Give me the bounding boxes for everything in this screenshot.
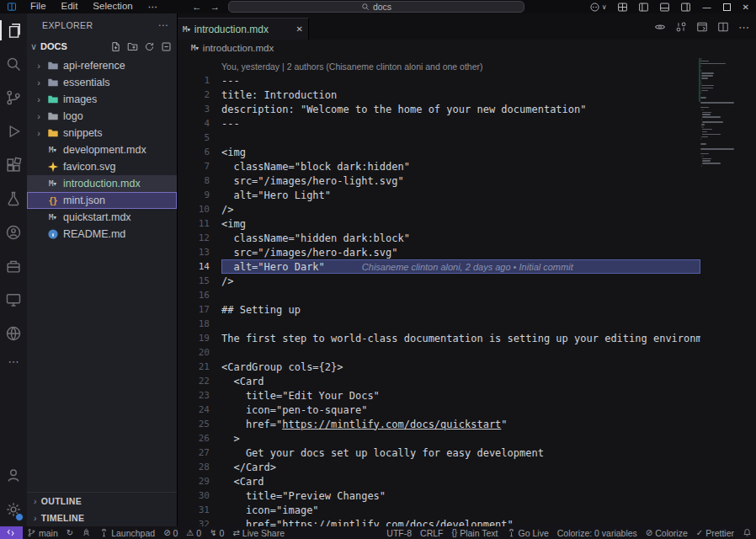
status-git-branch[interactable]: main (23, 526, 62, 539)
command-center-search[interactable]: docs (228, 1, 524, 13)
breadcrumb[interactable]: M▾ introduction.mdx (178, 40, 756, 56)
code-line[interactable]: 17## Setting up (178, 302, 700, 317)
activity-item-remote-explorer[interactable] (0, 283, 27, 317)
code-line[interactable]: 3description: "Welcome to the home of yo… (178, 102, 700, 116)
tree-item-favicon-svg[interactable]: favicon.svg (27, 158, 177, 175)
explorer-more-icon[interactable]: ⋯ (158, 19, 168, 31)
activity-item-docker[interactable] (0, 249, 27, 283)
codelens-row[interactable]: You, yesterday | 2 authors (Chisaneme cl… (178, 59, 700, 73)
menu-item-more[interactable]: ⋯ (141, 1, 166, 13)
code-line[interactable]: 5 (178, 131, 700, 145)
workspace-section[interactable]: ∨ DOCS (27, 37, 177, 56)
activity-item-run-and-debug[interactable] (0, 115, 27, 148)
section-outline[interactable]: ›OUTLINE (27, 493, 177, 510)
open-preview-icon[interactable] (696, 21, 708, 33)
tree-item-development-mdx[interactable]: M▾development.mdx (27, 141, 177, 158)
refresh-icon[interactable] (144, 41, 155, 52)
collapse-all-icon[interactable] (161, 41, 172, 52)
close-icon[interactable]: ✕ (743, 3, 749, 12)
code-line[interactable]: 32 href="https://mintlify.com/docs/devel… (178, 517, 700, 526)
tab-introduction-mdx[interactable]: M▾ introduction.mdx ✕ (178, 18, 309, 40)
activity-item-github[interactable] (0, 317, 27, 350)
code-line[interactable]: 9 alt="Hero Light" (178, 188, 700, 202)
tree-item-readme-md[interactable]: README.md (27, 226, 177, 243)
tree-item-essentials[interactable]: ›essentials (27, 74, 177, 91)
menu-item-edit[interactable]: Edit (54, 1, 86, 13)
code-line[interactable]: 24 icon="pen-to-square" (178, 403, 700, 417)
more-views-icon[interactable]: ⋯ (8, 350, 19, 372)
code-editor[interactable]: You, yesterday | 2 authors (Chisaneme cl… (178, 56, 756, 526)
new-folder-icon[interactable] (127, 41, 138, 52)
code-line[interactable]: 1--- (178, 73, 700, 88)
minimize-icon[interactable]: — (703, 3, 711, 12)
code-line[interactable]: 16 (178, 288, 700, 302)
nav-back-icon[interactable]: ← (192, 2, 202, 12)
tree-item-snippets[interactable]: ›snippets (27, 125, 177, 141)
code-line[interactable]: 25 href="https://mintlify.com/docs/quick… (178, 417, 700, 431)
code-line[interactable]: 26 > (178, 431, 700, 446)
maximize-icon[interactable] (723, 3, 731, 11)
activity-item-source-control[interactable] (0, 81, 27, 115)
nav-forward-icon[interactable]: → (210, 2, 221, 12)
code-line[interactable]: 10/> (178, 202, 700, 216)
activity-item-live-share[interactable] (0, 216, 27, 249)
tree-item-images[interactable]: ›images (27, 91, 177, 108)
code-line[interactable]: 27 Get your docs set up locally for easy… (178, 446, 700, 460)
code-line[interactable]: 22 <Card (178, 374, 700, 388)
new-file-icon[interactable] (110, 41, 121, 52)
code-line[interactable]: 12 className="hidden dark:block" (178, 231, 700, 245)
code-line[interactable]: 23 title="Edit Your Docs" (178, 388, 700, 403)
tree-item-api-reference[interactable]: ›api-reference (27, 57, 177, 74)
status-colorize-count[interactable]: Colorize: 0 variables (553, 526, 642, 539)
link-url[interactable]: https://mintlify.com/docs/development (282, 519, 507, 527)
tree-item-logo[interactable]: ›logo (27, 108, 177, 125)
code-line[interactable]: 13 src="/images/hero-dark.svg" (178, 245, 700, 259)
menu-item-selection[interactable]: Selection (85, 1, 140, 13)
code-line[interactable]: 7 className="block dark:hidden" (178, 159, 700, 173)
code-line[interactable]: 18 (178, 317, 700, 331)
tree-item-quickstart-mdx[interactable]: M▾quickstart.mdx (27, 209, 177, 226)
toggle-secondary-sidebar-icon[interactable] (680, 2, 691, 13)
tree-item-introduction-mdx[interactable]: M▾introduction.mdx (27, 175, 177, 192)
status-colorize-toggle[interactable]: ⊘Colorize (642, 526, 692, 539)
tab-close-icon[interactable]: ✕ (296, 24, 303, 34)
status-remote-indicator[interactable] (0, 526, 23, 539)
status-notifications-bell[interactable] (738, 526, 756, 539)
status-warnings[interactable]: ⚠0 (182, 526, 205, 539)
code-line[interactable]: 11<img (178, 216, 700, 231)
status-forwarded-ports[interactable]: ↯0 (205, 526, 228, 539)
section-timeline[interactable]: ›TIMELINE (27, 510, 177, 526)
customize-layout-icon[interactable] (617, 2, 628, 13)
activity-item-settings[interactable] (0, 493, 27, 526)
status-eol[interactable]: CRLF (416, 526, 447, 539)
tree-item-mint-json[interactable]: {}mint.json (27, 192, 177, 209)
code-line[interactable]: 30 title="Preview Changes" (178, 488, 700, 503)
split-editor-icon[interactable] (717, 21, 729, 33)
activity-item-accounts[interactable] (0, 459, 27, 493)
more-actions-icon[interactable]: ⋯ (738, 19, 749, 35)
code-line[interactable]: 19The first step to world-class document… (178, 331, 700, 345)
code-line[interactable]: 4--- (178, 116, 700, 131)
status-errors[interactable]: ⊘0 (159, 526, 182, 539)
menu-item-file[interactable]: File (23, 1, 54, 13)
code-line[interactable]: 2title: Introduction (178, 88, 700, 102)
status-encoding[interactable]: UTF-8 (382, 526, 416, 539)
code-line-active[interactable]: 14 alt="Hero Dark"Chisaneme clinton alon… (178, 259, 700, 274)
status-launchpad-rocket[interactable] (77, 526, 95, 539)
gitlens-blame-icon[interactable] (654, 21, 666, 33)
activity-item-extensions[interactable] (0, 148, 27, 182)
status-launchpad[interactable]: Launchpad (95, 526, 159, 539)
copilot-icon[interactable]: ∨ (589, 2, 607, 13)
code-line[interactable]: 31 icon="image" (178, 503, 700, 517)
toggle-primary-sidebar-icon[interactable] (638, 2, 649, 13)
code-line[interactable]: 28 </Card> (178, 460, 700, 474)
status-sync-changes[interactable]: ↻ (62, 526, 77, 539)
code-line[interactable]: 15/> (178, 274, 700, 288)
code-line[interactable]: 29 <Card (178, 474, 700, 488)
code-line[interactable]: 21<CardGroup cols={2}> (178, 360, 700, 374)
activity-item-explorer[interactable] (0, 13, 27, 47)
toggle-panel-icon[interactable] (659, 2, 670, 13)
minimap[interactable] (700, 58, 744, 168)
code-line[interactable]: 8 src="/images/hero-light.svg" (178, 173, 700, 188)
activity-item-search[interactable] (0, 47, 27, 81)
